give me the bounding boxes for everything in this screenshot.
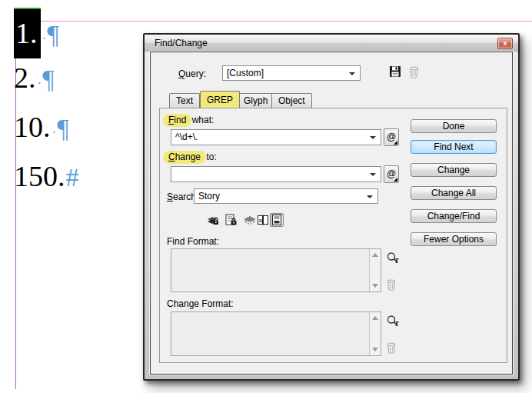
- specify-change-attributes-icon[interactable]: T: [386, 315, 400, 328]
- find-special-characters-button[interactable]: @: [384, 128, 399, 146]
- tab-grep[interactable]: GREP: [200, 91, 240, 108]
- doc-line-4[interactable]: 150.#: [14, 162, 79, 191]
- chevron-down-icon[interactable]: [370, 173, 376, 176]
- search-scope-dropdown[interactable]: Story: [194, 188, 378, 204]
- doc-line-2[interactable]: 2.·¶: [14, 63, 55, 92]
- find-what-label-rest: what:: [189, 115, 214, 125]
- flyout-corner-icon: [394, 178, 397, 182]
- change-format-scrollbar[interactable]: [369, 312, 381, 355]
- find-next-button[interactable]: Find Next: [411, 140, 497, 154]
- include-hidden-layers-icon[interactable]: [243, 213, 257, 227]
- include-locked-stories-icon[interactable]: [224, 213, 238, 227]
- find-format-label: Find Format:: [167, 236, 219, 247]
- change-to-mnemonic: C: [168, 152, 175, 162]
- find-highlight-annotation: Find: [163, 114, 191, 127]
- dialog-title: Find/Change: [155, 38, 208, 48]
- clear-find-format-trash-icon: [386, 279, 400, 293]
- find-what-value: ^\d+\.: [175, 132, 367, 142]
- change-find-button[interactable]: Change/Find: [411, 209, 497, 223]
- dialog-body: Query: [Custom] Text GREP Glyph Object F…: [150, 52, 513, 375]
- done-button[interactable]: Done: [411, 119, 497, 133]
- paragraph-number: 2.: [14, 62, 36, 94]
- svg-text:T: T: [394, 320, 399, 328]
- find-what-input[interactable]: ^\d+\.: [171, 129, 381, 145]
- change-special-characters-button[interactable]: @: [384, 165, 399, 183]
- pilcrow-icon: ¶: [42, 65, 54, 93]
- paragraph-number: 10.: [14, 111, 51, 143]
- search-scope-value: Story: [198, 191, 364, 201]
- change-to-input[interactable]: [171, 166, 381, 182]
- doc-line-3[interactable]: 10.·¶: [14, 112, 69, 142]
- search-mnemonic: S: [167, 192, 173, 202]
- find-format-scrollbar[interactable]: [369, 249, 381, 291]
- pilcrow-icon: ¶: [57, 114, 68, 142]
- tab-glyph[interactable]: Glyph: [237, 93, 274, 108]
- find-change-dialog: Find/Change x Query: [Custom] Text GREP …: [143, 33, 520, 381]
- doc-line-1[interactable]: 1.·¶: [14, 18, 59, 48]
- include-locked-layers-icon[interactable]: [206, 213, 220, 227]
- space-marker-icon: ·: [38, 76, 42, 91]
- change-format-box[interactable]: [171, 311, 381, 356]
- dialog-titlebar[interactable]: Find/Change x: [145, 35, 518, 52]
- paragraph-number: 150.: [14, 160, 65, 192]
- svg-text:T: T: [394, 257, 399, 265]
- change-to-label-rest: to:: [204, 152, 217, 162]
- flyout-corner-icon: [394, 141, 397, 145]
- find-format-box[interactable]: [171, 248, 381, 292]
- find-what-label: Find what:: [167, 115, 214, 125]
- change-to-label: Change to:: [167, 152, 217, 162]
- chevron-down-icon[interactable]: [367, 195, 373, 198]
- change-format-label: Change Format:: [167, 298, 234, 309]
- include-footnotes-icon[interactable]: [270, 213, 284, 227]
- include-master-pages-icon[interactable]: a: [256, 213, 270, 227]
- fewer-options-button[interactable]: Fewer Options: [411, 232, 497, 246]
- chevron-down-icon[interactable]: [370, 136, 376, 139]
- query-label-rest: uery:: [185, 68, 206, 79]
- space-marker-icon: ·: [52, 125, 57, 140]
- scroll-up-icon[interactable]: [372, 316, 378, 320]
- chevron-down-icon[interactable]: [349, 72, 355, 75]
- change-button[interactable]: Change: [411, 163, 497, 177]
- save-query-icon[interactable]: [389, 65, 403, 79]
- grep-tab-panel: Find what: ^\d+\. @ Change to: @: [159, 108, 507, 363]
- close-button[interactable]: x: [497, 38, 513, 49]
- screenshot-stage: 1.·¶ 2.·¶ 10.·¶ 150.# Find/Change x Quer…: [0, 0, 532, 393]
- scroll-down-icon[interactable]: [372, 284, 378, 288]
- delete-query-trash-icon: [408, 66, 422, 80]
- change-to-hl-rest: hange: [175, 152, 201, 162]
- margin-guide-horizontal: [15, 21, 532, 22]
- query-mnemonic: Q: [178, 68, 185, 79]
- clear-change-format-trash-icon: [386, 342, 400, 356]
- change-all-button[interactable]: Change All: [411, 186, 497, 200]
- query-dropdown[interactable]: [Custom]: [222, 65, 361, 81]
- selected-text[interactable]: 1.: [14, 8, 41, 58]
- query-value: [Custom]: [227, 68, 346, 78]
- tab-text[interactable]: Text: [169, 93, 200, 108]
- query-label: Query:: [178, 68, 206, 79]
- scroll-up-icon[interactable]: [372, 253, 378, 257]
- tab-object[interactable]: Object: [271, 93, 312, 108]
- end-of-story-icon: #: [66, 163, 79, 192]
- space-marker-icon: ·: [42, 32, 47, 46]
- scroll-down-icon[interactable]: [372, 348, 378, 351]
- svg-text:a: a: [259, 217, 263, 224]
- specify-find-attributes-icon[interactable]: T: [386, 251, 400, 265]
- find-what-hl-rest: ind: [174, 115, 186, 125]
- pilcrow-icon: ¶: [47, 20, 58, 48]
- change-highlight-annotation: Change: [163, 151, 206, 164]
